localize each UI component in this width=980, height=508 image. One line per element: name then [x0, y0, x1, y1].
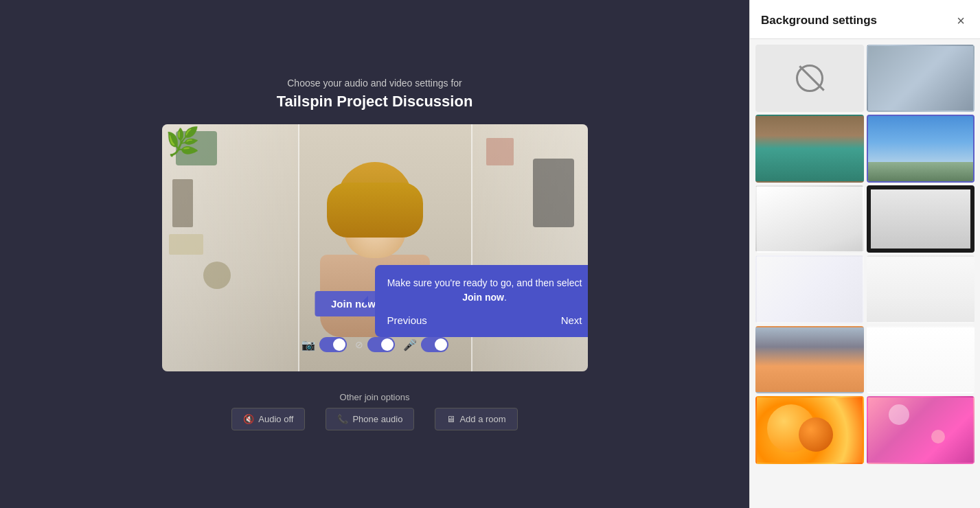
- tooltip-message: Make sure you're ready to go, and then s…: [387, 277, 582, 303]
- background-option-room2[interactable]: [867, 185, 975, 253]
- background-option-room1[interactable]: [755, 185, 864, 253]
- video-preview: 🌿: [162, 124, 588, 371]
- tooltip-nav: Previous Next: [387, 314, 582, 326]
- panel-title: Background settings: [761, 14, 877, 27]
- previous-button[interactable]: Previous: [387, 314, 427, 326]
- person-hair: [337, 162, 413, 203]
- close-panel-button[interactable]: ×: [953, 12, 969, 29]
- header-title: Tailspin Project Discussion: [277, 93, 473, 111]
- background-option-none[interactable]: [755, 45, 864, 112]
- room-icon: 🖥: [446, 414, 455, 424]
- panel-header: Background settings ×: [750, 0, 980, 39]
- phone-audio-label: Phone audio: [352, 414, 402, 424]
- background-settings-panel: Background settings ×: [749, 0, 980, 508]
- tooltip-callout: Make sure you're ready to go, and then s…: [375, 265, 588, 337]
- camera-icon: 📷: [301, 338, 315, 351]
- background-option-office1[interactable]: [755, 115, 864, 182]
- tooltip-text: Make sure you're ready to go, and then s…: [387, 276, 582, 305]
- background-option-room4[interactable]: [867, 255, 975, 323]
- main-area: Choose your audio and video settings for…: [0, 0, 749, 508]
- other-join-label: Other join options: [340, 392, 410, 402]
- other-join-section: Other join options 🔇 Audio off 📞 Phone a…: [231, 382, 517, 430]
- join-options-row: 🔇 Audio off 📞 Phone audio 🖥 Add a room: [231, 408, 517, 430]
- phone-icon: 📞: [337, 414, 348, 424]
- blur-icon: ⊘: [355, 339, 363, 350]
- background-option-colorful2[interactable]: [867, 396, 975, 463]
- audio-off-icon: 🔇: [243, 414, 254, 424]
- background-option-minimal[interactable]: [867, 326, 975, 393]
- header-subtitle: Choose your audio and video settings for: [277, 78, 473, 89]
- next-button[interactable]: Next: [561, 314, 582, 326]
- add-room-label: Add a room: [459, 414, 505, 424]
- background-option-room3[interactable]: [755, 255, 864, 323]
- header: Choose your audio and video settings for…: [277, 78, 473, 111]
- audio-off-button[interactable]: 🔇 Audio off: [231, 408, 305, 430]
- add-room-button[interactable]: 🖥 Add a room: [435, 408, 517, 430]
- blur-toggle[interactable]: [367, 337, 395, 352]
- background-option-city[interactable]: [867, 115, 975, 182]
- background-option-blur[interactable]: [867, 45, 975, 112]
- background-grid: [750, 39, 980, 470]
- blur-control: ⊘: [355, 337, 395, 352]
- mic-icon: 🎤: [403, 338, 417, 351]
- background-option-colorful1[interactable]: [755, 396, 864, 463]
- mic-toggle[interactable]: [421, 337, 448, 352]
- video-control: 📷: [301, 337, 347, 352]
- background-option-office2[interactable]: [755, 326, 864, 393]
- audio-off-label: Audio off: [258, 414, 293, 424]
- video-toggle[interactable]: [319, 337, 347, 352]
- phone-audio-button[interactable]: 📞 Phone audio: [326, 408, 414, 430]
- no-background-icon: [796, 65, 823, 92]
- mic-control: 🎤: [403, 337, 448, 352]
